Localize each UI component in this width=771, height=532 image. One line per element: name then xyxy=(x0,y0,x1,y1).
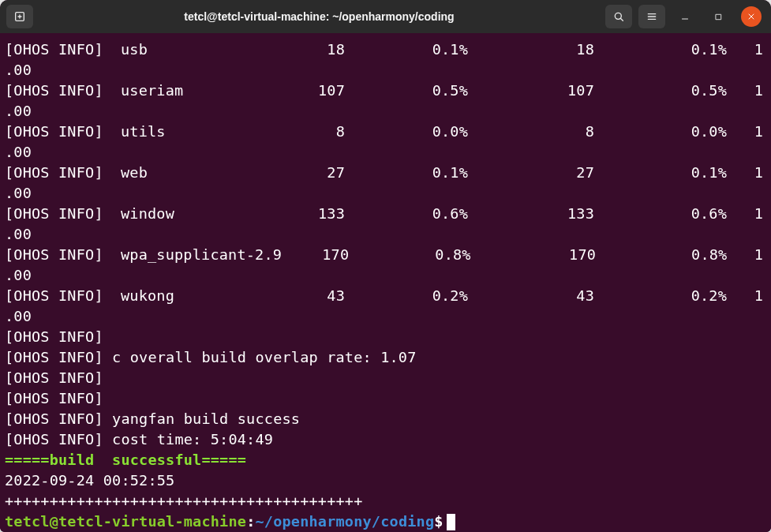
search-button[interactable] xyxy=(605,5,632,28)
log-row: [OHOS INFO] wukong430.2%430.2%1 xyxy=(0,286,771,306)
log-row: [OHOS INFO] useriam1070.5%1070.5%1 xyxy=(0,81,771,101)
log-line: =====build successful===== xyxy=(0,450,771,470)
prompt-path: ~/openharmony/coding xyxy=(255,511,434,532)
log-line: .00 xyxy=(0,142,771,163)
log-row: [OHOS INFO] wpa_supplicant-2.91700.8%170… xyxy=(0,245,771,265)
log-line: [OHOS INFO] c overall build overlap rate… xyxy=(0,347,771,368)
log-line: [OHOS INFO] yangfan build success xyxy=(0,409,771,429)
svg-rect-9 xyxy=(716,14,720,19)
titlebar: tetcl@tetcl-virtual-machine: ~/openharmo… xyxy=(0,0,771,33)
terminal-output[interactable]: [OHOS INFO] usb180.1%180.1%1.00[OHOS INF… xyxy=(0,33,771,532)
log-line: 2022-09-24 00:52:55 xyxy=(0,470,771,491)
log-row: [OHOS INFO] utils80.0%80.0%1 xyxy=(0,122,771,142)
log-line: ++++++++++++++++++++++++++++++++++++++++ xyxy=(0,491,771,511)
log-line: [OHOS INFO] xyxy=(0,327,771,347)
prompt-sep: : xyxy=(246,511,255,532)
maximize-button[interactable] xyxy=(708,6,728,27)
minimize-button[interactable] xyxy=(675,6,695,27)
cursor-icon xyxy=(447,514,455,530)
svg-line-4 xyxy=(620,18,623,21)
log-line: .00 xyxy=(0,224,771,245)
log-row: [OHOS INFO] window1330.6%1330.6%1 xyxy=(0,204,771,224)
log-row: [OHOS INFO] usb180.1%180.1%1 xyxy=(0,39,771,60)
window-title: tetcl@tetcl-virtual-machine: ~/openharmo… xyxy=(39,10,599,23)
close-button[interactable] xyxy=(741,6,762,27)
log-line: .00 xyxy=(0,101,771,122)
log-row: [OHOS INFO] web270.1%270.1%1 xyxy=(0,163,771,183)
prompt-user: tetcl@tetcl-virtual-machine xyxy=(5,511,246,532)
log-line: .00 xyxy=(0,265,771,286)
log-line: [OHOS INFO] cost time: 5:04:49 xyxy=(0,429,771,450)
log-line: .00 xyxy=(0,306,771,327)
new-tab-button[interactable] xyxy=(6,5,33,28)
prompt-symbol: $ xyxy=(434,511,443,532)
log-line: [OHOS INFO] xyxy=(0,368,771,388)
terminal-window: tetcl@tetcl-virtual-machine: ~/openharmo… xyxy=(0,0,771,532)
log-line: .00 xyxy=(0,60,771,81)
log-line: [OHOS INFO] xyxy=(0,388,771,409)
log-line: .00 xyxy=(0,183,771,204)
prompt-line[interactable]: tetcl@tetcl-virtual-machine:~/openharmon… xyxy=(0,511,771,532)
hamburger-menu-button[interactable] xyxy=(638,5,665,28)
